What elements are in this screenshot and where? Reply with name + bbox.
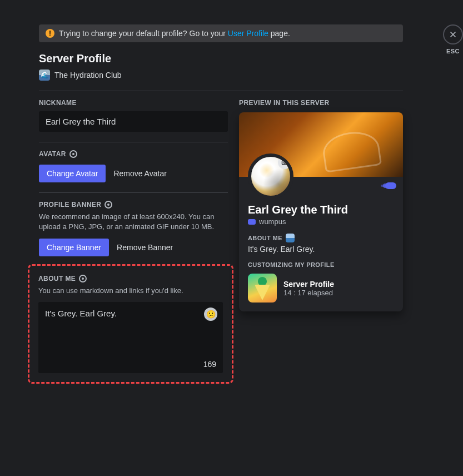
banner-help: We recommend an image of at least 600x24…: [39, 212, 228, 232]
nickname-input[interactable]: [39, 111, 228, 132]
user-profile-link[interactable]: User Profile: [228, 29, 268, 38]
preview-about-value: It's Grey. Earl Grey.: [248, 245, 394, 254]
server-icon: 🌊: [39, 70, 50, 81]
avatar-label: AVATAR: [39, 150, 66, 158]
char-count: 169: [45, 360, 216, 369]
change-avatar-button[interactable]: Change Avatar: [39, 165, 106, 182]
activity-title: Server Profile: [283, 280, 334, 289]
preview-username: wumpus: [259, 217, 286, 226]
notice-text: Trying to change your default profile? G…: [59, 29, 290, 38]
preview-about-label: ABOUT ME: [248, 235, 282, 241]
bot-icon: [248, 219, 256, 225]
svg-point-1: [284, 162, 286, 163]
about-label: ABOUT ME: [38, 275, 76, 282]
warning-icon: !: [46, 29, 54, 38]
remove-avatar-button[interactable]: Remove Avatar: [113, 169, 166, 178]
preview-card: Earl Grey the Third wumpus ABOUT ME It's…: [239, 112, 403, 311]
notice-post: page.: [268, 29, 290, 38]
page-title: Server Profile: [39, 52, 403, 65]
nitro-icon: [104, 201, 112, 209]
nitro-icon: [79, 275, 87, 282]
close-button[interactable]: [443, 24, 463, 44]
server-name: The Hydration Club: [54, 71, 122, 80]
about-input[interactable]: It's Grey. Earl Grey. 😕 169: [38, 302, 223, 373]
about-help: You can use markdown and links if you'd …: [38, 286, 223, 296]
nitro-boost-icon: [385, 182, 396, 189]
about-text: It's Grey. Earl Grey.: [45, 309, 216, 360]
remove-banner-button[interactable]: Remove Banner: [117, 243, 173, 252]
notice-pre: Trying to change your default profile? G…: [59, 29, 228, 38]
divider: [39, 142, 228, 142]
preview-label: PREVIEW IN THIS SERVER: [239, 99, 403, 107]
emoji-picker-icon[interactable]: 😕: [204, 308, 217, 321]
esc-label: ESC: [446, 48, 460, 54]
divider: [39, 192, 228, 193]
about-me-highlight: ABOUT ME You can use markdown and links …: [28, 264, 233, 383]
svg-rect-0: [282, 161, 287, 165]
nitro-icon: [69, 150, 77, 158]
activity-icon: [248, 274, 277, 303]
change-banner-button[interactable]: Change Banner: [39, 239, 109, 256]
nickname-label: NICKNAME: [39, 99, 228, 107]
notice-bar: ! Trying to change your default profile?…: [39, 24, 403, 42]
wave-icon: [286, 234, 295, 242]
preview-banner[interactable]: [239, 112, 403, 177]
divider: [39, 91, 403, 91]
banner-label: PROFILE BANNER: [39, 201, 101, 209]
preview-display-name: Earl Grey the Third: [248, 204, 394, 216]
activity-heading: CUSTOMIZING MY PROFILE: [248, 261, 394, 268]
upload-image-icon[interactable]: [278, 156, 291, 169]
activity-time: 14 : 17 elapsed: [283, 289, 334, 297]
